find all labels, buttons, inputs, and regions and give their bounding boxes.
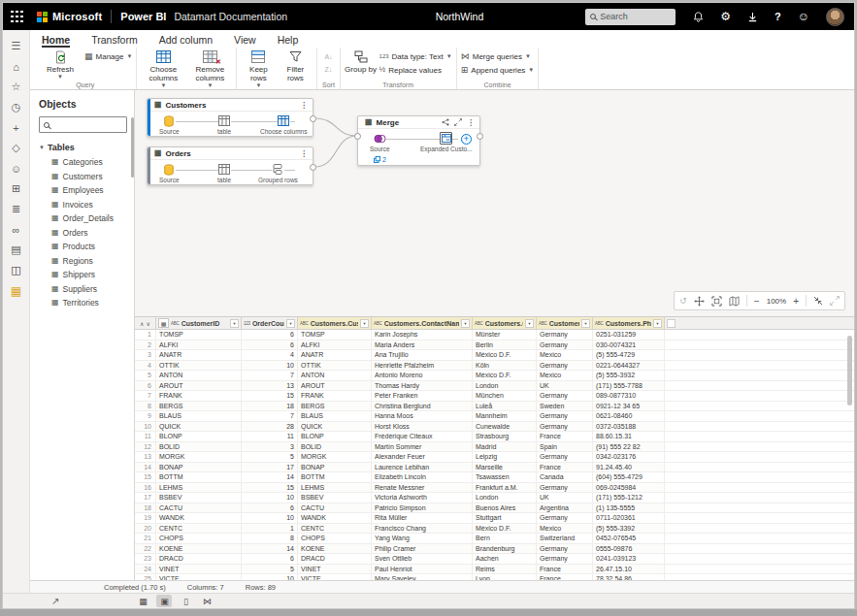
cell[interactable]: BONAP bbox=[156, 463, 242, 472]
cell[interactable]: Renate Messner bbox=[372, 483, 473, 493]
cell[interactable]: BERGS bbox=[298, 402, 372, 411]
cell[interactable]: BOTTM bbox=[156, 472, 242, 482]
rail-community-icon[interactable]: ☺ bbox=[3, 158, 30, 178]
tree-item-products[interactable]: ▦Products bbox=[39, 240, 127, 254]
related-queries-icon[interactable] bbox=[442, 118, 449, 126]
cell[interactable]: BLONP bbox=[298, 432, 372, 441]
step-grouped-rows[interactable]: Grouped rows bbox=[258, 160, 298, 183]
cell[interactable]: Maria Anders bbox=[372, 340, 473, 350]
merge-queries-button[interactable]: ⋈ Merge queries ▼ bbox=[461, 50, 535, 62]
minimap-icon[interactable] bbox=[729, 296, 740, 307]
cell[interactable]: 28 bbox=[242, 422, 298, 432]
tree-item-regions[interactable]: ▦Regions bbox=[39, 254, 127, 269]
rail-datamart-icon[interactable]: ▦ bbox=[3, 280, 30, 301]
cell[interactable]: Karin Josephs bbox=[372, 330, 473, 340]
cell[interactable]: MORGK bbox=[298, 452, 372, 462]
more-options-icon[interactable]: ⋮ bbox=[467, 118, 475, 127]
cell[interactable]: Mexico bbox=[537, 524, 593, 534]
step-choose-columns[interactable]: Choose columns bbox=[260, 112, 307, 135]
tree-item-shippers[interactable]: ▦Shippers bbox=[39, 268, 127, 282]
append-queries-button[interactable]: ⊞ Append queries ▼ bbox=[461, 64, 535, 76]
rail-menu-icon[interactable]: ☰ bbox=[3, 36, 30, 56]
cell[interactable]: México D.F. bbox=[473, 524, 537, 534]
cell[interactable]: München bbox=[473, 391, 537, 401]
cell[interactable]: 10 bbox=[242, 361, 298, 371]
cell[interactable]: UK bbox=[537, 381, 593, 391]
cell[interactable]: Patricio Simpson bbox=[372, 503, 473, 513]
row-number[interactable]: 12 bbox=[135, 442, 156, 452]
row-number[interactable]: 17 bbox=[135, 493, 156, 503]
data-type-button[interactable]: 123 Data type: Text ▼ bbox=[379, 50, 452, 62]
cell[interactable]: TOMSP bbox=[298, 330, 372, 340]
row-number[interactable]: 11 bbox=[135, 432, 156, 441]
cell[interactable]: 14 bbox=[242, 544, 298, 554]
waffle-menu-icon[interactable] bbox=[11, 11, 23, 23]
scrollbar-thumb[interactable] bbox=[847, 336, 852, 405]
column-header-CustomerID[interactable]: ▦ABCCustomerID▼ bbox=[156, 317, 242, 329]
cell[interactable]: Elizabeth Lincoln bbox=[372, 472, 473, 482]
cell[interactable]: ANATR bbox=[156, 350, 242, 360]
cell[interactable]: Germany bbox=[537, 422, 593, 432]
cell[interactable]: Hanna Moos bbox=[372, 411, 473, 421]
rail-learn-icon[interactable]: ▤ bbox=[3, 240, 30, 260]
model-view-button[interactable]: ⋈ bbox=[199, 595, 214, 607]
cell[interactable]: TOMSP bbox=[156, 330, 242, 340]
filter-dropdown-icon[interactable]: ▼ bbox=[360, 319, 369, 328]
step-table[interactable]: table bbox=[217, 160, 231, 183]
cell[interactable]: Thomas Hardy bbox=[372, 381, 473, 391]
tree-item-territories[interactable]: ▦Territories bbox=[39, 296, 127, 310]
cell[interactable]: CHOPS bbox=[156, 534, 242, 543]
cell[interactable]: Canada bbox=[537, 472, 593, 482]
cell[interactable]: VICTE bbox=[156, 574, 242, 580]
row-number[interactable]: 22 bbox=[135, 544, 156, 554]
row-number[interactable]: 4 bbox=[135, 361, 156, 371]
row-number[interactable]: 19 bbox=[135, 513, 156, 523]
settings-gear-icon[interactable]: ⚙ bbox=[720, 11, 731, 22]
more-options-icon[interactable]: ⋮ bbox=[300, 101, 308, 110]
cell[interactable]: BERGS bbox=[156, 402, 242, 411]
output-port[interactable] bbox=[310, 115, 316, 122]
merge-inputs-badge[interactable]: 2 bbox=[374, 156, 386, 163]
cell[interactable]: BONAP bbox=[298, 463, 372, 472]
cell[interactable]: CACTU bbox=[156, 503, 242, 513]
cell[interactable]: FRANK bbox=[298, 391, 372, 401]
cell[interactable]: Cunewalde bbox=[473, 422, 537, 432]
cell[interactable]: Mexico bbox=[537, 350, 593, 360]
cell[interactable]: Tsawassen bbox=[473, 472, 537, 482]
tree-item-invoices[interactable]: ▦Invoices bbox=[39, 198, 127, 212]
cell[interactable]: VINET bbox=[156, 565, 242, 574]
cell[interactable]: BOLID bbox=[156, 442, 242, 452]
cell[interactable]: QUICK bbox=[298, 422, 372, 432]
output-port[interactable] bbox=[477, 133, 483, 140]
cell[interactable]: Brandenburg bbox=[473, 544, 537, 554]
cell[interactable]: 6 bbox=[242, 340, 298, 350]
cell[interactable]: Sweden bbox=[537, 402, 593, 411]
cell[interactable]: CACTU bbox=[298, 503, 372, 513]
cell[interactable]: 7 bbox=[242, 411, 298, 421]
cell[interactable]: Argentina bbox=[537, 503, 593, 513]
cell[interactable]: OTTIK bbox=[298, 361, 372, 371]
cell[interactable]: 0251-031259 bbox=[593, 330, 665, 340]
cell[interactable]: 15 bbox=[242, 391, 298, 401]
row-number[interactable]: 24 bbox=[135, 565, 156, 574]
row-number[interactable]: 18 bbox=[135, 503, 156, 513]
cell[interactable]: Antonio Moreno bbox=[372, 371, 473, 380]
cell[interactable]: UK bbox=[537, 493, 593, 503]
cell[interactable]: Marseille bbox=[473, 463, 537, 472]
column-header-OrderCount[interactable]: 123OrderCount▼ bbox=[242, 317, 298, 329]
cell[interactable]: CENTC bbox=[156, 524, 242, 534]
cell[interactable]: London bbox=[473, 381, 537, 391]
cell[interactable]: Aachen bbox=[473, 554, 537, 564]
row-number[interactable]: 2 bbox=[135, 340, 156, 350]
row-number[interactable]: 15 bbox=[135, 472, 156, 482]
group-by-button[interactable]: Group by bbox=[345, 48, 378, 74]
cell[interactable]: Germany bbox=[537, 544, 593, 554]
step-source[interactable]: Source bbox=[159, 112, 180, 135]
cell[interactable]: KOENE bbox=[298, 544, 372, 554]
rail-deployment-pipelines-icon[interactable]: ≣ bbox=[3, 199, 30, 219]
cell[interactable]: Luleå bbox=[473, 402, 537, 411]
input-port[interactable] bbox=[354, 133, 361, 140]
app-name[interactable]: Power BI bbox=[120, 11, 166, 22]
cell[interactable]: VINET bbox=[298, 565, 372, 574]
cell[interactable]: Mexico bbox=[537, 371, 593, 380]
